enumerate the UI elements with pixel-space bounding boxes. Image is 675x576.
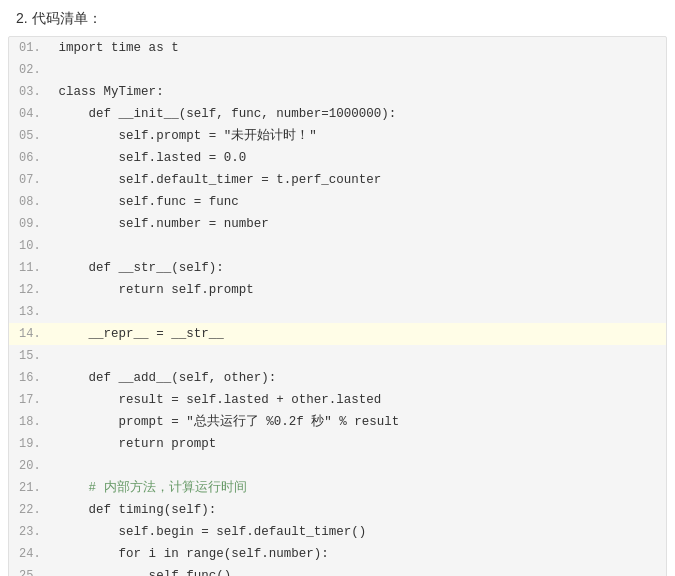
line-number: 14. [9,323,51,345]
line-code: for i in range(self.number): [51,543,666,565]
line-code: self.default_timer = t.perf_counter [51,169,666,191]
code-row: 20. [9,455,666,477]
line-number: 20. [9,455,51,477]
code-row: 08. self.func = func [9,191,666,213]
line-code [51,59,666,63]
line-code: self.func = func [51,191,666,213]
line-number: 16. [9,367,51,389]
line-code: def __add__(self, other): [51,367,666,389]
code-row: 07. self.default_timer = t.perf_counter [9,169,666,191]
line-number: 23. [9,521,51,543]
code-row: 23. self.begin = self.default_timer() [9,521,666,543]
line-code: class MyTimer: [51,81,666,103]
line-code: self.number = number [51,213,666,235]
code-row: 05. self.prompt = "未开始计时！" [9,125,666,147]
line-code: self.begin = self.default_timer() [51,521,666,543]
line-number: 04. [9,103,51,125]
line-number: 09. [9,213,51,235]
code-row: 24. for i in range(self.number): [9,543,666,565]
line-number: 02. [9,59,51,81]
code-row: 22. def timing(self): [9,499,666,521]
line-code [51,455,666,459]
code-row: 15. [9,345,666,367]
line-number: 18. [9,411,51,433]
code-row: 19. return prompt [9,433,666,455]
page-header: 2. 代码清单： [0,0,675,36]
line-number: 15. [9,345,51,367]
line-number: 01. [9,37,51,59]
code-row: 21. # 内部方法，计算运行时间 [9,477,666,499]
line-number: 24. [9,543,51,565]
line-code [51,345,666,349]
code-row: 25. self.func() [9,565,666,576]
line-number: 25. [9,565,51,576]
line-number: 19. [9,433,51,455]
line-number: 06. [9,147,51,169]
line-code: __repr__ = __str__ [51,323,666,345]
line-number: 22. [9,499,51,521]
code-row: 12. return self.prompt [9,279,666,301]
section-title: 2. 代码清单： [16,10,102,26]
line-code: import time as t [51,37,666,59]
line-number: 08. [9,191,51,213]
line-code: self.func() [51,565,666,576]
line-number: 10. [9,235,51,257]
code-row: 09. self.number = number [9,213,666,235]
code-row: 14. __repr__ = __str__ [9,323,666,345]
line-code: return self.prompt [51,279,666,301]
code-row: 11. def __str__(self): [9,257,666,279]
code-row: 03.class MyTimer: [9,81,666,103]
code-row: 04. def __init__(self, func, number=1000… [9,103,666,125]
code-row: 10. [9,235,666,257]
code-row: 01.import time as t [9,37,666,59]
line-number: 03. [9,81,51,103]
line-number: 12. [9,279,51,301]
line-number: 07. [9,169,51,191]
line-code: return prompt [51,433,666,455]
code-row: 18. prompt = "总共运行了 %0.2f 秒" % result [9,411,666,433]
code-row: 02. [9,59,666,81]
line-code: def __str__(self): [51,257,666,279]
code-row: 06. self.lasted = 0.0 [9,147,666,169]
line-code [51,301,666,305]
code-row: 16. def __add__(self, other): [9,367,666,389]
code-block: 01.import time as t02.03.class MyTimer:0… [8,36,667,576]
line-code: # 内部方法，计算运行时间 [51,477,666,499]
code-row: 13. [9,301,666,323]
line-code: result = self.lasted + other.lasted [51,389,666,411]
line-code: self.prompt = "未开始计时！" [51,125,666,147]
line-code: def timing(self): [51,499,666,521]
line-code: prompt = "总共运行了 %0.2f 秒" % result [51,411,666,433]
line-number: 17. [9,389,51,411]
line-code [51,235,666,239]
line-number: 21. [9,477,51,499]
line-number: 05. [9,125,51,147]
line-number: 13. [9,301,51,323]
line-code: def __init__(self, func, number=1000000)… [51,103,666,125]
code-row: 17. result = self.lasted + other.lasted [9,389,666,411]
line-code: self.lasted = 0.0 [51,147,666,169]
line-number: 11. [9,257,51,279]
